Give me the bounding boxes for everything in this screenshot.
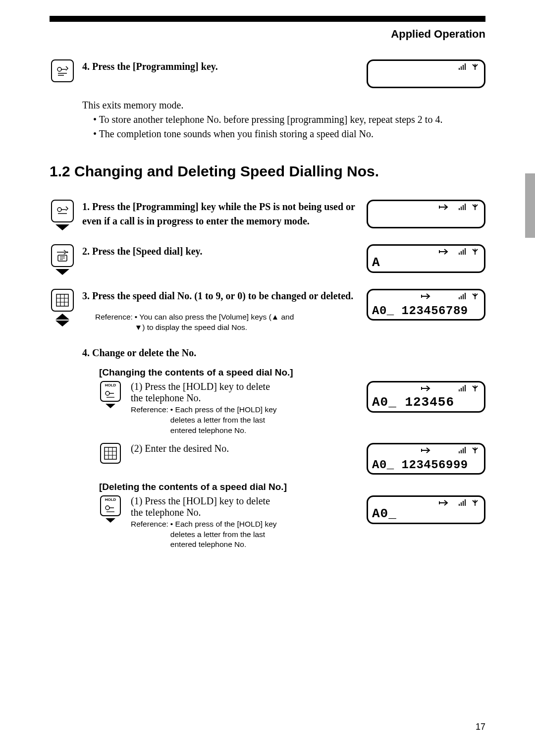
svg-point-7: [106, 506, 109, 510]
hold-key-label: HOLD: [105, 383, 116, 387]
antenna-icon: [471, 292, 479, 300]
signal-icon: [458, 292, 468, 300]
arrow-down-icon: [106, 404, 115, 408]
step-text: Press the [Programming] key.: [92, 61, 218, 72]
lcd-display: [367, 59, 485, 88]
lcd-display: A0_: [367, 495, 485, 524]
lcd-arrow-icon: [438, 499, 449, 507]
hold-key-icon: HOLD: [100, 495, 121, 516]
arrow-down-icon: [55, 321, 69, 326]
programming-key-icon: [51, 200, 74, 222]
subsection-heading: [Deleting the contents of a speed dial N…: [99, 482, 485, 492]
step-number: 2.: [82, 246, 90, 257]
antenna-icon: [471, 384, 479, 392]
arrow-down-icon: [55, 224, 69, 230]
antenna-icon: [471, 499, 479, 507]
step-number: 3.: [82, 290, 90, 301]
arrow-up-icon: [55, 314, 69, 320]
arrow-down-icon: [55, 269, 69, 275]
reference-text: • Each press of the [HOLD] key deletes a…: [170, 405, 289, 436]
hold-key-label: HOLD: [105, 497, 116, 502]
antenna-icon: [471, 203, 479, 211]
keypad-icon: [100, 443, 121, 464]
lcd-arrow-icon: [421, 384, 431, 392]
page-number: 17: [476, 722, 485, 732]
signal-icon: [458, 63, 468, 71]
bullet-text: • The completion tone sounds when you fi…: [100, 127, 485, 141]
step-text: Press the speed dial No. (1 to 9, or 0) …: [92, 290, 353, 301]
svg-point-5: [106, 391, 109, 395]
step-text: Press the [Speed dial] key.: [92, 246, 202, 257]
subsection-heading: [Changing the contents of a speed dial N…: [99, 367, 485, 378]
exit-line: This exits memory mode.: [82, 98, 485, 112]
step-text: Change or delete the No.: [92, 347, 196, 358]
signal-icon: [458, 446, 468, 454]
svg-rect-4: [56, 294, 68, 306]
lcd-display: A0_ 123456999: [367, 443, 485, 475]
hold-key-icon: HOLD: [100, 381, 121, 402]
signal-icon: [458, 203, 468, 211]
header-section-title: Applied Operation: [391, 28, 485, 41]
arrow-down-icon: [106, 518, 115, 523]
lcd-arrow-icon: [421, 292, 431, 300]
antenna-icon: [471, 248, 479, 256]
substep-text: (2) Enter the desired No.: [131, 443, 355, 454]
lcd-text: A0_ 123456: [372, 395, 480, 410]
section-heading: 1.2 Changing and Deleting Speed Dialling…: [50, 163, 485, 180]
step-number: 1.: [82, 201, 90, 212]
header-bar: [50, 16, 485, 22]
substep-text: (1) Press the [HOLD] key to delete the t…: [131, 381, 284, 404]
reference-label: Reference:: [95, 312, 133, 333]
lcd-display: A: [367, 244, 485, 273]
lcd-text: A0_: [372, 506, 397, 521]
keypad-icon: [51, 289, 74, 312]
bullet-text: • To store another telephone No. before …: [100, 112, 485, 127]
svg-point-1: [57, 208, 61, 212]
step-text: Press the [Programming] key while the PS…: [82, 201, 355, 226]
lcd-arrow-icon: [438, 248, 449, 256]
svg-rect-6: [105, 447, 116, 459]
reference-text: • You can also press the [Volume] keys (…: [135, 312, 298, 333]
step-number: 4.: [82, 61, 90, 72]
signal-icon: [458, 499, 468, 507]
lcd-text: A0_ 123456789: [372, 304, 480, 318]
reference-label: Reference:: [131, 519, 168, 550]
svg-point-2: [66, 251, 68, 253]
reference-text: • Each press of the [HOLD] key deletes a…: [170, 519, 289, 550]
svg-point-0: [57, 67, 61, 71]
signal-icon: [458, 248, 468, 256]
antenna-icon: [471, 63, 479, 71]
signal-icon: [458, 384, 468, 392]
lcd-text: A: [372, 255, 380, 270]
side-thumb-tab: [525, 173, 535, 238]
lcd-display: [367, 200, 485, 228]
antenna-icon: [471, 446, 479, 454]
substep-text: (1) Press the [HOLD] key to delete the t…: [131, 495, 284, 518]
lcd-display: A0_ 123456789: [367, 289, 485, 321]
reference-label: Reference:: [131, 405, 168, 436]
lcd-text: A0_ 123456999: [372, 458, 480, 472]
step-number: 4.: [82, 347, 90, 358]
lcd-arrow-icon: [438, 203, 449, 211]
lcd-arrow-icon: [421, 446, 431, 454]
speed-dial-key-icon: [51, 244, 74, 267]
lcd-display: A0_ 123456: [367, 381, 485, 413]
programming-key-icon: [51, 59, 74, 82]
